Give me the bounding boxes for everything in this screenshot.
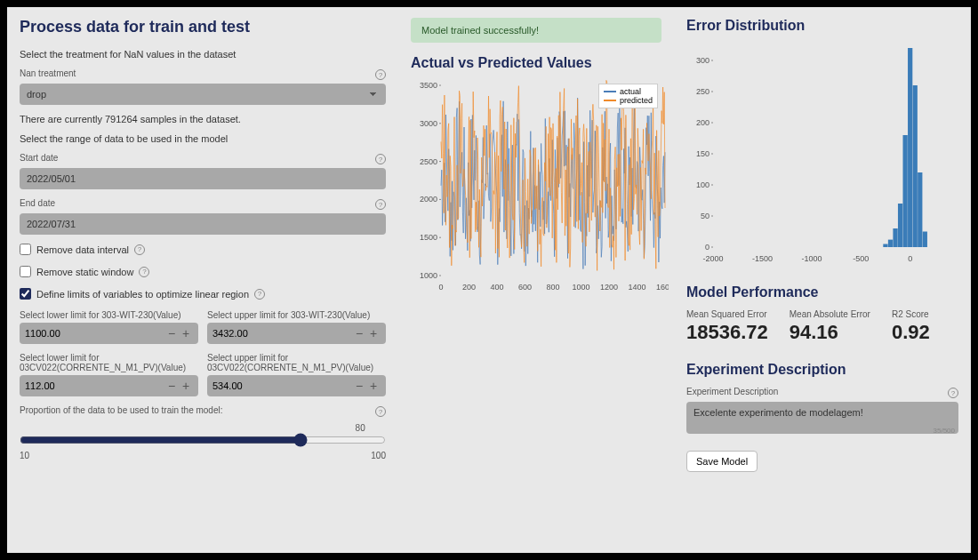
- help-icon[interactable]: ?: [134, 244, 145, 255]
- svg-text:250: 250: [696, 87, 709, 96]
- r2-value: 0.92: [892, 321, 930, 344]
- help-icon[interactable]: ?: [254, 289, 265, 300]
- svg-text:200: 200: [462, 283, 476, 292]
- upper-limit-1-input[interactable]: [212, 328, 352, 339]
- upper-limit-1-label: Select upper limit for 303-WIT-230(Value…: [207, 310, 386, 320]
- page-title: Process data for train and test: [20, 18, 386, 36]
- svg-text:-2000: -2000: [702, 254, 723, 263]
- svg-text:-1500: -1500: [752, 254, 773, 263]
- start-date-label: Start date: [20, 153, 58, 163]
- svg-text:1200: 1200: [600, 283, 618, 292]
- sample-info: There are currently 791264 samples in th…: [20, 114, 386, 124]
- experiment-desc-label: Experiment Description: [686, 387, 778, 396]
- upper-limit-2-label: Select upper limit for 03CV022(CORRENTE_…: [207, 353, 386, 372]
- svg-text:400: 400: [490, 283, 503, 292]
- mae-label: Mean Absolute Error: [790, 309, 870, 319]
- end-date-input[interactable]: [20, 213, 386, 235]
- nan-label: Nan treatment: [20, 68, 76, 78]
- svg-text:2000: 2000: [420, 195, 437, 204]
- svg-text:0: 0: [908, 254, 912, 263]
- increment-button[interactable]: +: [179, 326, 193, 340]
- lower-limit-2-label: Select lower limit for 03CV022(CORRENTE_…: [20, 353, 198, 372]
- svg-text:50: 50: [701, 212, 709, 220]
- svg-text:1500: 1500: [420, 233, 437, 242]
- svg-text:600: 600: [518, 283, 532, 292]
- success-banner: Model trained successfully!: [411, 18, 661, 43]
- remove-interval-label: Remove data interval: [36, 244, 129, 255]
- svg-rect-46: [913, 85, 918, 247]
- help-icon[interactable]: ?: [375, 199, 386, 210]
- svg-text:150: 150: [696, 149, 709, 158]
- svg-text:300: 300: [696, 56, 709, 65]
- increment-button[interactable]: +: [366, 379, 381, 393]
- error-dist-title: Error Distribution: [686, 18, 958, 34]
- svg-rect-42: [893, 228, 897, 247]
- svg-text:2500: 2500: [420, 157, 437, 166]
- error-distribution-chart: 050100150200250300-2000-1500-1000-5000: [686, 43, 958, 268]
- lower-limit-1-label: Select lower limit for 303-WIT-230(Value…: [20, 310, 198, 320]
- chart-title: Actual vs Predicted Values: [411, 55, 661, 71]
- svg-rect-45: [908, 48, 912, 247]
- end-date-label: End date: [20, 198, 55, 208]
- help-icon[interactable]: ?: [139, 267, 149, 277]
- experiment-title: Experiment Description: [686, 362, 958, 378]
- svg-text:800: 800: [546, 283, 559, 292]
- svg-rect-44: [903, 135, 908, 247]
- svg-text:100: 100: [696, 180, 709, 189]
- decrement-button[interactable]: −: [352, 326, 366, 340]
- chart-legend: actual predicted: [598, 84, 658, 108]
- help-icon[interactable]: ?: [375, 154, 386, 164]
- range-prompt: Select the range of data to be used in t…: [20, 133, 386, 144]
- proportion-slider[interactable]: [20, 433, 386, 447]
- svg-rect-43: [898, 204, 902, 247]
- svg-text:1000: 1000: [572, 283, 589, 292]
- remove-interval-checkbox[interactable]: [20, 244, 31, 255]
- proportion-label: Proportion of the data to be used to tra…: [20, 405, 222, 415]
- mse-value: 18536.72: [686, 321, 768, 344]
- svg-rect-40: [883, 244, 887, 248]
- svg-text:200: 200: [696, 118, 709, 127]
- svg-text:3000: 3000: [420, 119, 437, 128]
- svg-rect-48: [923, 232, 927, 248]
- decrement-button[interactable]: −: [164, 326, 179, 340]
- decrement-button[interactable]: −: [352, 379, 366, 393]
- increment-button[interactable]: +: [366, 326, 381, 340]
- upper-limit-2-input[interactable]: [212, 380, 352, 391]
- lower-limit-2-input[interactable]: [25, 380, 164, 391]
- slider-max: 100: [371, 451, 386, 460]
- r2-label: R2 Score: [892, 309, 930, 319]
- mse-label: Mean Squared Error: [686, 309, 768, 319]
- start-date-input[interactable]: [20, 168, 386, 189]
- svg-text:0: 0: [705, 243, 709, 252]
- help-icon[interactable]: ?: [375, 69, 386, 80]
- nan-treatment-select[interactable]: drop: [20, 84, 386, 105]
- nan-prompt: Select the treatment for NaN values in t…: [20, 49, 386, 60]
- remove-static-label: Remove static window: [36, 267, 133, 277]
- svg-text:0: 0: [438, 283, 443, 292]
- define-limits-label: Define limits of variables to optimize l…: [36, 289, 249, 300]
- actual-vs-predicted-chart: 1000150020002500300035000200400600800100…: [411, 80, 661, 297]
- performance-title: Model Performance: [686, 284, 958, 300]
- define-limits-checkbox[interactable]: [20, 288, 31, 300]
- svg-text:-1000: -1000: [801, 254, 822, 263]
- help-icon[interactable]: ?: [948, 388, 958, 398]
- svg-rect-41: [888, 240, 893, 247]
- slider-value: 80: [177, 423, 398, 433]
- svg-text:-500: -500: [853, 254, 869, 263]
- svg-text:1000: 1000: [420, 271, 437, 280]
- save-model-button[interactable]: Save Model: [686, 451, 758, 472]
- remove-static-checkbox[interactable]: [20, 266, 31, 277]
- svg-rect-47: [918, 172, 922, 247]
- char-count: 35/500: [686, 427, 955, 435]
- svg-text:3500: 3500: [420, 81, 437, 90]
- decrement-button[interactable]: −: [164, 379, 179, 393]
- svg-text:1600: 1600: [656, 283, 669, 292]
- mae-value: 94.16: [790, 321, 870, 344]
- slider-min: 10: [20, 451, 29, 460]
- help-icon[interactable]: ?: [375, 406, 386, 417]
- svg-text:1400: 1400: [628, 283, 645, 292]
- lower-limit-1-input[interactable]: [25, 328, 164, 339]
- increment-button[interactable]: +: [179, 379, 193, 393]
